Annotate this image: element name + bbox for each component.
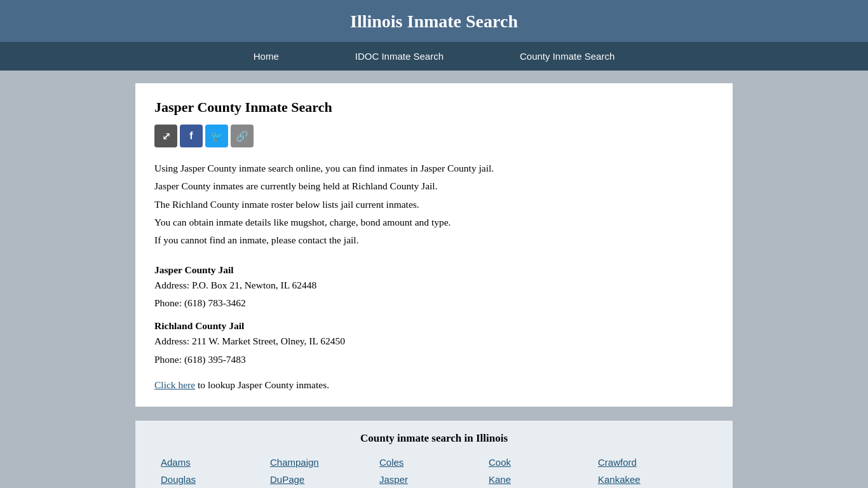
nav-county[interactable]: County Inmate Search [482,42,653,71]
click-here-section: Click here to lookup Jasper County inmat… [154,379,714,391]
twitter-button[interactable]: 🐦 [205,125,228,147]
main-wrapper: Jasper County Inmate Search ⤢ f 🐦 🔗 Usin… [0,71,868,488]
description-block: Using Jasper County inmate search online… [154,160,714,249]
nav-idoc[interactable]: IDOC Inmate Search [317,42,482,71]
county-link-coles[interactable]: Coles [379,455,489,470]
jail-1-address: Address: P.O. Box 21, Newton, IL 62448 [154,277,714,294]
facebook-button[interactable]: f [180,125,203,147]
jail-2-phone: Phone: (618) 395-7483 [154,351,714,368]
county-link-douglas[interactable]: Douglas [161,472,270,487]
county-link-cook[interactable]: Cook [489,455,598,470]
jail-2-address: Address: 211 W. Market Street, Olney, IL… [154,333,714,349]
desc-line-4: You can obtain inmate details like mugsh… [154,214,714,231]
main-nav: Home IDOC Inmate Search County Inmate Se… [0,42,868,71]
share-buttons-group: ⤢ f 🐦 🔗 [154,125,714,147]
county-link-crawford[interactable]: Crawford [598,455,707,470]
county-section-title: County inmate search in Illinois [148,432,720,445]
click-here-link[interactable]: Click here [154,379,195,390]
content-area: Jasper County Inmate Search ⤢ f 🐦 🔗 Usin… [135,83,733,407]
jail-2-name: Richland County Jail [154,320,714,332]
county-link-jasper[interactable]: Jasper [379,472,489,487]
site-header: Illinois Inmate Search [0,0,868,42]
county-section: County inmate search in Illinois AdamsCh… [135,421,733,488]
site-title: Illinois Inmate Search [0,11,868,32]
nav-home[interactable]: Home [215,42,317,71]
click-here-after: to lookup Jasper County inmates. [195,379,329,390]
link-button[interactable]: 🔗 [231,125,254,147]
county-grid: AdamsChampaignColesCookCrawfordDouglasDu… [148,455,720,488]
county-link-kane[interactable]: Kane [489,472,598,487]
desc-line-2: Jasper County inmates are currently bein… [154,178,714,194]
desc-line-3: The Richland County inmate roster below … [154,196,714,213]
county-link-adams[interactable]: Adams [161,455,270,470]
county-link-kankakee[interactable]: Kankakee [598,472,707,487]
jail-1-phone: Phone: (618) 783-3462 [154,295,714,311]
county-link-dupage[interactable]: DuPage [270,472,379,487]
jail-1-name: Jasper County Jail [154,264,714,276]
county-link-champaign[interactable]: Champaign [270,455,379,470]
desc-line-1: Using Jasper County inmate search online… [154,160,714,177]
page-title: Jasper County Inmate Search [154,99,714,116]
desc-line-5: If you cannot find an inmate, please con… [154,232,714,248]
share-button[interactable]: ⤢ [154,125,177,147]
